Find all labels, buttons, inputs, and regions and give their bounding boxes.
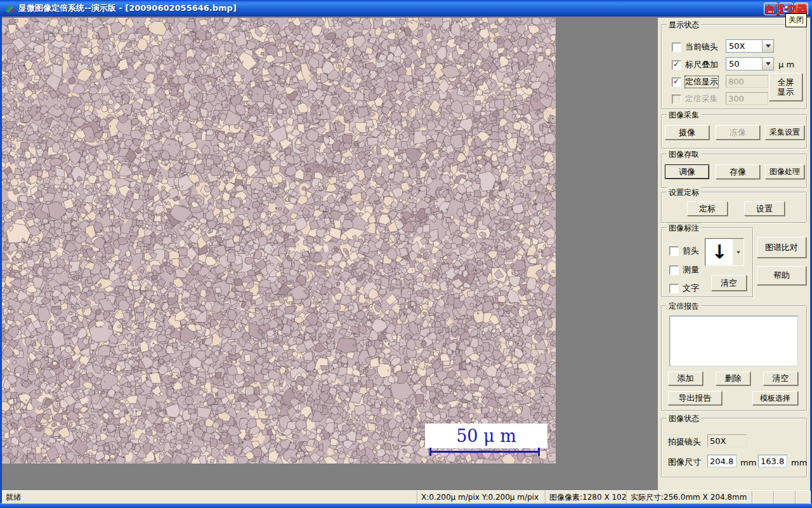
group-report-label: 定倍报告	[667, 301, 701, 312]
text-checkbox[interactable]	[669, 284, 679, 293]
group-calibration: 设置定标 定标 设置	[661, 192, 807, 223]
ruler-value: 50	[726, 58, 762, 70]
arrow-style-dropdown-icon[interactable]	[733, 239, 743, 265]
report-listbox[interactable]	[669, 316, 798, 366]
status-spare-2	[774, 491, 796, 504]
ruler-value-combobox[interactable]: 50	[726, 57, 774, 70]
measure-checkbox[interactable]	[669, 265, 679, 275]
current-lens-dropdown-icon[interactable]	[762, 40, 773, 52]
settings-button[interactable]: 设置	[744, 201, 785, 216]
fixed-display-field: 800	[726, 75, 768, 88]
group-calibration-label: 设置定标	[667, 187, 701, 198]
group-display-status: 显示状态 当前镜头 50X 标尺叠加 50 μ m 定倍显示 80	[661, 24, 807, 109]
control-panel: 显示状态 当前镜头 50X 标尺叠加 50 μ m 定倍显示 80	[658, 18, 810, 490]
app-window: 显微图像定倍系统--演示版 - [20090602055646.bmp] ✕ 自…	[0, 0, 812, 508]
image-width-unit: mm	[740, 458, 756, 467]
group-image-status-label: 图像状态	[667, 413, 701, 424]
fixed-display-checkbox[interactable]	[672, 77, 681, 87]
arrow-style-icon: ↓	[711, 243, 727, 262]
save-image-button[interactable]: 存像	[716, 164, 760, 179]
group-annotation: 图像标注 箭头 测量 文字 ↓ 清空	[661, 227, 753, 297]
micrograph-image[interactable]	[2, 18, 556, 464]
group-image-storage: 图像存取 调像 存像 图像处理	[661, 154, 807, 188]
scale-bar-label-box: 50 μ m	[425, 424, 547, 448]
fullscreen-button-line2: 显示	[778, 87, 794, 97]
status-ready: 就绪	[2, 491, 417, 504]
group-report: 定倍报告 添加 删除 清空 导出报告 模板选择	[661, 305, 807, 411]
current-lens-checkbox[interactable]	[672, 43, 681, 52]
report-add-button[interactable]: 添加	[668, 371, 703, 385]
freeze-button: 冻像	[716, 125, 760, 140]
measure-checkbox-label: 测量	[683, 264, 699, 276]
scale-bar-label: 50 μ m	[456, 426, 516, 446]
status-spare-1	[752, 491, 774, 504]
ruler-overlay-checkbox[interactable]	[672, 60, 681, 70]
window-border-bottom	[0, 503, 812, 508]
calibrate-button[interactable]: 定标	[687, 201, 728, 216]
template-select-button[interactable]: 模板选择	[752, 391, 798, 405]
status-image-pixels: 图像像素:1280 X 1024	[546, 491, 627, 504]
title-bar[interactable]: 显微图像定倍系统--演示版 - [20090602055646.bmp] ✕	[0, 0, 812, 17]
fixed-capture-checkbox	[672, 95, 681, 104]
fixed-display-label: 定倍显示	[685, 76, 718, 88]
image-height-field: 163.8	[758, 455, 787, 467]
group-image-capture: 图像采集 摄像 冻像 采集设置	[661, 114, 807, 149]
fixed-capture-label: 定倍采集	[685, 93, 718, 105]
ruler-overlay-label: 标尺叠加	[685, 59, 718, 70]
current-lens-combobox[interactable]: 50X	[726, 39, 774, 53]
group-image-status: 图像状态 拍摄镜头 50X 图像尺寸 204.8 mm 163.8 mm	[661, 418, 807, 478]
ruler-unit-label: μ m	[778, 60, 794, 69]
micrograph-view[interactable]: 50 μ m	[2, 18, 556, 464]
image-height-unit: mm	[791, 458, 807, 467]
group-image-capture-label: 图像采集	[667, 110, 701, 121]
status-spare-3	[796, 491, 810, 504]
close-tooltip: 关闭	[785, 13, 807, 27]
image-size-label: 图像尺寸	[668, 457, 701, 468]
fullscreen-button[interactable]: 全屏 显示	[769, 73, 802, 101]
arrow-style-combobox[interactable]: ↓	[705, 238, 744, 266]
current-lens-value: 50X	[726, 40, 762, 52]
text-checkbox-label: 文字	[683, 283, 699, 294]
capture-settings-button[interactable]: 采集设置	[765, 125, 804, 140]
app-icon	[4, 3, 15, 14]
scale-bar-line	[429, 451, 540, 453]
ruler-dropdown-icon[interactable]	[762, 58, 773, 70]
status-pixel-scale: X:0.200μ m/pix Y:0.200μ m/pix	[417, 491, 546, 504]
status-bar: 就绪 X:0.200μ m/pix Y:0.200μ m/pix 图像像素:12…	[2, 490, 810, 504]
group-annotation-label: 图像标注	[667, 223, 701, 234]
atlas-compare-button[interactable]: 图谱比对	[757, 237, 806, 258]
report-clear-button[interactable]: 清空	[763, 371, 798, 385]
fullscreen-button-line1: 全屏	[778, 77, 794, 87]
image-width-field: 204.8	[707, 455, 737, 467]
group-display-status-label: 显示状态	[667, 20, 701, 30]
image-process-button[interactable]: 图像处理	[765, 164, 804, 179]
annotation-clear-button[interactable]: 清空	[711, 275, 747, 291]
arrow-checkbox[interactable]	[669, 246, 679, 256]
arrow-checkbox-label: 箭头	[683, 245, 699, 257]
fixed-capture-field: 300	[726, 92, 768, 105]
window-title: 显微图像定倍系统--演示版 - [20090602055646.bmp]	[18, 3, 237, 14]
report-delete-button[interactable]: 删除	[716, 371, 750, 385]
help-button[interactable]: 帮助	[757, 266, 806, 285]
shooting-lens-label: 拍摄镜头	[668, 436, 701, 448]
status-actual-size: 实际尺寸:256.0mm X 204.8mm	[627, 491, 752, 504]
group-image-storage-label: 图像存取	[667, 149, 701, 160]
current-lens-label: 当前镜头	[685, 41, 718, 53]
capture-button[interactable]: 摄像	[665, 125, 709, 140]
export-report-button[interactable]: 导出报告	[668, 391, 722, 405]
load-image-button[interactable]: 调像	[665, 164, 709, 179]
shooting-lens-field: 50X	[707, 434, 747, 447]
